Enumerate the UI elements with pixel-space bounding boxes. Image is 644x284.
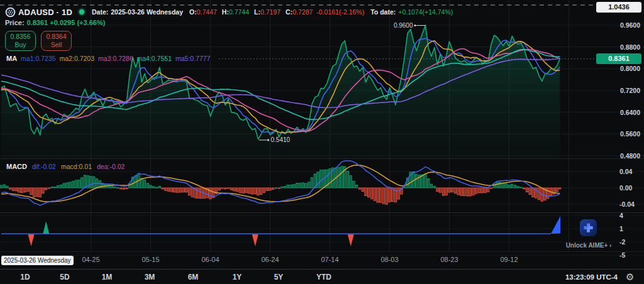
x-axis-date-label: 09-12 [491,256,528,263]
x-axis-date-label: 04-25 [72,256,110,263]
range-button-5d[interactable]: 5D [49,273,80,281]
range-button-5y[interactable]: 5Y [263,273,294,281]
footer-toolbar: 1D5D1M3M6M1Y5YYTD 13:23:09 UTC-4 ⚙ [0,269,644,284]
date-label: Date: [92,8,108,16]
y-axis-price-label: 0.8800 [596,43,640,52]
legend-item: ma4:0.7551 [137,55,172,62]
ohlc-value: 0.7447 [197,8,217,16]
legend-item: dif:-0.02 [32,163,56,170]
sell-label: Sell [51,41,62,49]
svg-text:0.9600: 0.9600 [394,22,413,29]
unlock-aime-icon[interactable] [580,219,597,236]
ohlc-values: O:0.7447H:0.7744L:0.7197C:0.7287 [189,8,313,16]
legend-title: MACD [6,163,27,170]
y-axis-macd-label: 0.00 [619,183,644,192]
buy-price: 0.8356 [10,33,30,41]
y-axis-signal-label: 1 [619,224,644,233]
legend-item: ma2:0.7203 [60,55,94,62]
chart-header: ADAUSD · 1D Date: 2025-03-26 Wednesday O… [5,6,453,18]
range-button-1d[interactable]: 1D [9,273,41,281]
todate-value: +0.1074(+14.74%) [398,8,453,16]
y-axis-signal-label: -2 [619,238,644,246]
legend-item: ma3:0.7286 [98,55,133,62]
price-chart[interactable]: 0.96000.5410 [0,0,644,284]
legend-item: ma1:0.7235 [21,55,55,62]
x-axis-date-label: 06-04 [192,256,230,263]
ohlc-label: C: [286,8,292,16]
symbol-title[interactable]: ADAUSD · 1D [18,8,72,17]
trade-buttons: 0.8356 Buy 0.8364 Sell [5,31,72,51]
price-row: Price: 0.8361 +0.0295 (+3.66%) [5,19,105,26]
y-axis-price-label: 0.7200 [596,86,640,95]
ohlc-label: H: [222,8,229,16]
legend-item: dea:-0.02 [97,163,125,170]
x-axis-date-label: 08-03 [371,256,409,263]
ohlc-value: 0.7287 [292,8,313,16]
legend-item: macd:0.01 [61,163,92,170]
current-price-box: 0.8361 [596,53,641,64]
y-axis-price-label: 0.4800 [596,151,640,160]
date-value: 2025-03-26 Wednesday [111,8,183,16]
unlock-aime-button[interactable]: Unlock AIME+ › [557,242,620,249]
x-axis-date-label: 06-24 [252,256,289,263]
clock: 13:23:09 UTC-4 [565,273,618,281]
range-button-ytd[interactable]: YTD [308,273,340,281]
buy-label: Buy [14,41,26,49]
ath-price-box: 1.0436 [596,2,641,13]
ohlc-value: 0.7197 [260,8,280,16]
y-axis-macd-label: 0.04 [619,167,644,176]
price-label: Price: [5,19,25,26]
ohlc-label: L: [254,8,260,16]
gear-icon[interactable]: ⚙ [626,271,634,283]
range-button-3m[interactable]: 3M [134,273,165,281]
ohlc-value: 0.7744 [229,8,249,16]
ohlc-label: O: [189,8,197,16]
ma-legend: MAma1:0.7235ma2:0.7203ma3:0.7286ma4:0.75… [6,55,214,62]
price-value: 0.8361 +0.0295 (+3.66%) [27,19,106,26]
change-value: -0.0161(-2.16%) [316,8,364,16]
y-axis-signal-label: 4 [619,211,644,220]
buy-button[interactable]: 0.8356 Buy [5,31,36,51]
crosshair-date-tooltip: 2025-03-26 Wednesday [1,256,74,265]
macd-legend: MACDdif:-0.02macd:0.01dea:-0.02 [6,163,130,170]
x-axis-date-label: 05-15 [132,256,170,263]
legend-title: MA [6,55,17,62]
trading-chart-app: 0.96000.5410 ADAUSD · 1D Date: 2025-03-2… [0,0,644,284]
y-axis-macd-label: -0.04 [619,200,644,209]
range-button-1y[interactable]: 1Y [221,273,253,281]
sell-price: 0.8364 [46,33,66,41]
svg-text:0.5410: 0.5410 [271,136,291,143]
x-axis-date-label: 08-23 [431,256,469,263]
cardano-coin-icon [5,7,16,18]
range-button-1m[interactable]: 1M [91,273,123,281]
sell-button[interactable]: 0.8364 Sell [41,31,72,51]
y-axis-price-label: 0.8000 [596,64,640,73]
price-series [0,5,597,158]
y-axis-price-label: 0.9600 [596,21,640,30]
x-axis-date-label: 07-14 [311,256,349,263]
y-axis-price-label: 0.5600 [596,129,640,138]
range-button-6m[interactable]: 6M [177,273,209,281]
y-axis-price-label: 0.6400 [596,108,640,117]
todate-label: To date: [370,8,396,16]
y-axis-signal-label: -5 [619,251,644,259]
status-dot-icon [77,8,86,16]
legend-item: ma5:0.7777 [175,55,210,62]
